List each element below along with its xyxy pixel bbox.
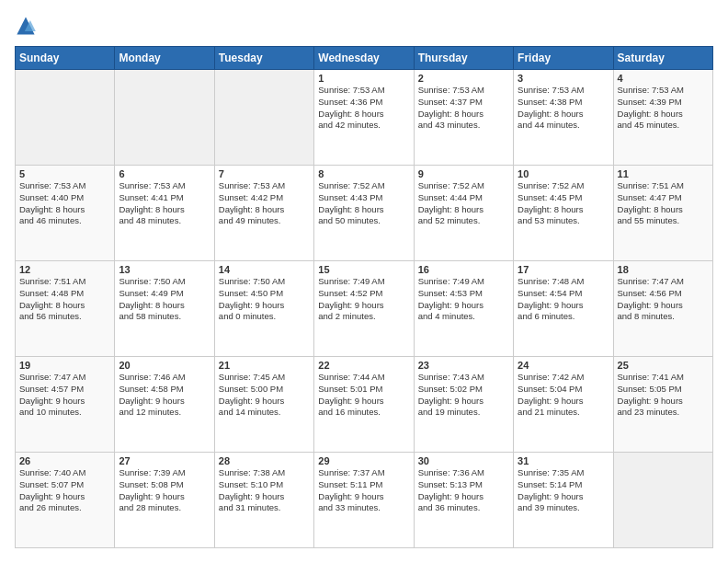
calendar-cell: 12Sunrise: 7:51 AMSunset: 4:48 PMDayligh…	[16, 261, 115, 357]
day-info: Sunrise: 7:42 AMSunset: 5:04 PMDaylight:…	[518, 372, 609, 419]
calendar-cell: 10Sunrise: 7:52 AMSunset: 4:45 PMDayligh…	[514, 166, 613, 261]
day-info: Sunrise: 7:49 AMSunset: 4:52 PMDaylight:…	[318, 276, 409, 323]
day-number: 19	[19, 360, 110, 371]
day-info: Sunrise: 7:53 AMSunset: 4:36 PMDaylight:…	[318, 85, 409, 132]
calendar-cell: 29Sunrise: 7:37 AMSunset: 5:11 PMDayligh…	[314, 453, 414, 548]
day-number: 1	[318, 73, 409, 84]
day-info: Sunrise: 7:43 AMSunset: 5:02 PMDaylight:…	[418, 372, 509, 419]
calendar-cell: 11Sunrise: 7:51 AMSunset: 4:47 PMDayligh…	[613, 166, 712, 261]
weekday-header-monday: Monday	[115, 47, 214, 70]
weekday-header-row: SundayMondayTuesdayWednesdayThursdayFrid…	[16, 47, 713, 70]
day-info: Sunrise: 7:53 AMSunset: 4:41 PMDaylight:…	[119, 180, 210, 227]
day-number: 26	[19, 455, 110, 466]
calendar-cell: 7Sunrise: 7:53 AMSunset: 4:42 PMDaylight…	[214, 166, 313, 261]
day-number: 2	[418, 73, 509, 84]
day-info: Sunrise: 7:47 AMSunset: 4:56 PMDaylight:…	[618, 276, 709, 323]
day-info: Sunrise: 7:53 AMSunset: 4:38 PMDaylight:…	[518, 85, 609, 132]
day-number: 4	[618, 73, 709, 84]
calendar-cell: 5Sunrise: 7:53 AMSunset: 4:40 PMDaylight…	[16, 166, 115, 261]
day-info: Sunrise: 7:53 AMSunset: 4:37 PMDaylight:…	[418, 85, 509, 132]
calendar-cell: 6Sunrise: 7:53 AMSunset: 4:41 PMDaylight…	[115, 166, 214, 261]
day-number: 24	[518, 360, 609, 371]
day-info: Sunrise: 7:52 AMSunset: 4:45 PMDaylight:…	[518, 180, 609, 227]
day-number: 10	[518, 168, 609, 179]
calendar-cell: 27Sunrise: 7:39 AMSunset: 5:08 PMDayligh…	[115, 453, 214, 548]
day-number: 8	[318, 168, 409, 179]
day-number: 14	[219, 264, 310, 275]
day-number: 11	[618, 168, 709, 179]
day-info: Sunrise: 7:44 AMSunset: 5:01 PMDaylight:…	[318, 372, 409, 419]
day-number: 17	[518, 264, 609, 275]
calendar-cell: 13Sunrise: 7:50 AMSunset: 4:49 PMDayligh…	[115, 261, 214, 357]
weekday-header-friday: Friday	[514, 47, 613, 70]
day-number: 7	[219, 168, 310, 179]
day-number: 6	[119, 168, 210, 179]
calendar-cell: 16Sunrise: 7:49 AMSunset: 4:53 PMDayligh…	[414, 261, 513, 357]
day-info: Sunrise: 7:36 AMSunset: 5:13 PMDaylight:…	[418, 467, 509, 514]
day-number: 3	[518, 73, 609, 84]
weekday-header-thursday: Thursday	[414, 47, 513, 70]
day-number: 22	[318, 360, 409, 371]
day-info: Sunrise: 7:40 AMSunset: 5:07 PMDaylight:…	[19, 467, 110, 514]
day-info: Sunrise: 7:53 AMSunset: 4:39 PMDaylight:…	[618, 85, 709, 132]
calendar-cell: 30Sunrise: 7:36 AMSunset: 5:13 PMDayligh…	[414, 453, 513, 548]
day-number: 23	[418, 360, 509, 371]
calendar-cell: 22Sunrise: 7:44 AMSunset: 5:01 PMDayligh…	[314, 357, 414, 453]
calendar-cell: 19Sunrise: 7:47 AMSunset: 4:57 PMDayligh…	[16, 357, 115, 453]
day-number: 30	[418, 455, 509, 466]
logo	[15, 15, 40, 37]
week-row-4: 19Sunrise: 7:47 AMSunset: 4:57 PMDayligh…	[16, 357, 713, 453]
page: SundayMondayTuesdayWednesdayThursdayFrid…	[0, 0, 728, 563]
day-number: 15	[318, 264, 409, 275]
day-info: Sunrise: 7:47 AMSunset: 4:57 PMDaylight:…	[19, 372, 110, 419]
calendar-cell: 23Sunrise: 7:43 AMSunset: 5:02 PMDayligh…	[414, 357, 513, 453]
week-row-2: 5Sunrise: 7:53 AMSunset: 4:40 PMDaylight…	[16, 166, 713, 261]
calendar-cell: 28Sunrise: 7:38 AMSunset: 5:10 PMDayligh…	[214, 453, 313, 548]
calendar-cell: 18Sunrise: 7:47 AMSunset: 4:56 PMDayligh…	[613, 261, 712, 357]
day-info: Sunrise: 7:39 AMSunset: 5:08 PMDaylight:…	[119, 467, 210, 514]
day-info: Sunrise: 7:51 AMSunset: 4:48 PMDaylight:…	[19, 276, 110, 323]
day-number: 18	[618, 264, 709, 275]
day-number: 12	[19, 264, 110, 275]
calendar-cell: 15Sunrise: 7:49 AMSunset: 4:52 PMDayligh…	[314, 261, 414, 357]
week-row-5: 26Sunrise: 7:40 AMSunset: 5:07 PMDayligh…	[16, 453, 713, 548]
day-info: Sunrise: 7:35 AMSunset: 5:14 PMDaylight:…	[518, 467, 609, 514]
calendar-cell: 24Sunrise: 7:42 AMSunset: 5:04 PMDayligh…	[514, 357, 613, 453]
day-info: Sunrise: 7:53 AMSunset: 4:42 PMDaylight:…	[219, 180, 310, 227]
day-number: 27	[119, 455, 210, 466]
day-info: Sunrise: 7:50 AMSunset: 4:49 PMDaylight:…	[119, 276, 210, 323]
calendar-cell: 8Sunrise: 7:52 AMSunset: 4:43 PMDaylight…	[314, 166, 414, 261]
calendar-cell: 17Sunrise: 7:48 AMSunset: 4:54 PMDayligh…	[514, 261, 613, 357]
day-info: Sunrise: 7:45 AMSunset: 5:00 PMDaylight:…	[219, 372, 310, 419]
week-row-3: 12Sunrise: 7:51 AMSunset: 4:48 PMDayligh…	[16, 261, 713, 357]
calendar-cell: 31Sunrise: 7:35 AMSunset: 5:14 PMDayligh…	[514, 453, 613, 548]
day-info: Sunrise: 7:51 AMSunset: 4:47 PMDaylight:…	[618, 180, 709, 227]
calendar-cell: 1Sunrise: 7:53 AMSunset: 4:36 PMDaylight…	[314, 70, 414, 166]
weekday-header-wednesday: Wednesday	[314, 47, 414, 70]
day-number: 29	[318, 455, 409, 466]
calendar-cell: 25Sunrise: 7:41 AMSunset: 5:05 PMDayligh…	[613, 357, 712, 453]
day-info: Sunrise: 7:46 AMSunset: 4:58 PMDaylight:…	[119, 372, 210, 419]
calendar-cell	[115, 70, 214, 166]
calendar: SundayMondayTuesdayWednesdayThursdayFrid…	[15, 46, 713, 548]
calendar-cell: 21Sunrise: 7:45 AMSunset: 5:00 PMDayligh…	[214, 357, 313, 453]
header	[15, 15, 713, 37]
calendar-cell: 3Sunrise: 7:53 AMSunset: 4:38 PMDaylight…	[514, 70, 613, 166]
day-info: Sunrise: 7:38 AMSunset: 5:10 PMDaylight:…	[219, 467, 310, 514]
calendar-cell: 20Sunrise: 7:46 AMSunset: 4:58 PMDayligh…	[115, 357, 214, 453]
weekday-header-saturday: Saturday	[613, 47, 712, 70]
weekday-header-tuesday: Tuesday	[214, 47, 313, 70]
day-info: Sunrise: 7:53 AMSunset: 4:40 PMDaylight:…	[19, 180, 110, 227]
calendar-cell: 2Sunrise: 7:53 AMSunset: 4:37 PMDaylight…	[414, 70, 513, 166]
day-number: 16	[418, 264, 509, 275]
day-number: 28	[219, 455, 310, 466]
day-info: Sunrise: 7:50 AMSunset: 4:50 PMDaylight:…	[219, 276, 310, 323]
day-info: Sunrise: 7:52 AMSunset: 4:43 PMDaylight:…	[318, 180, 409, 227]
day-info: Sunrise: 7:52 AMSunset: 4:44 PMDaylight:…	[418, 180, 509, 227]
day-info: Sunrise: 7:37 AMSunset: 5:11 PMDaylight:…	[318, 467, 409, 514]
day-info: Sunrise: 7:49 AMSunset: 4:53 PMDaylight:…	[418, 276, 509, 323]
day-info: Sunrise: 7:48 AMSunset: 4:54 PMDaylight:…	[518, 276, 609, 323]
weekday-header-sunday: Sunday	[16, 47, 115, 70]
calendar-cell	[16, 70, 115, 166]
day-number: 13	[119, 264, 210, 275]
